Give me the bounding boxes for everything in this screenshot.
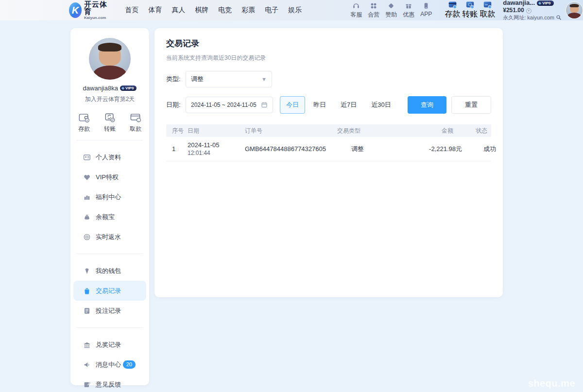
gift-icon xyxy=(400,1,417,10)
type-select-value: 调整 xyxy=(191,75,204,84)
welfare-gift-icon xyxy=(83,193,91,201)
avatar-image xyxy=(566,2,583,18)
sidebar-item-welfare[interactable]: 福利中心 xyxy=(70,187,149,207)
sidebar-transfer-button[interactable]: ⇄ 转账 xyxy=(104,112,116,133)
sidebar-deposit-button[interactable]: ¥ 存款 xyxy=(78,112,90,133)
topbar-avatar[interactable] xyxy=(566,1,583,19)
withdraw-link[interactable]: 取款 xyxy=(479,1,496,19)
cell-status: 成功 xyxy=(462,145,500,153)
range-yesterday-button[interactable]: 昨日 xyxy=(307,96,332,114)
calendar-icon xyxy=(261,102,268,108)
prize-bank-icon xyxy=(83,341,91,349)
sidebar-item-prizes[interactable]: 兑奖记录 xyxy=(70,335,149,355)
cell-index: 1 xyxy=(166,145,188,153)
reset-button[interactable]: 重置 xyxy=(451,96,491,114)
brand-domain: Kaiyun.com xyxy=(84,16,109,20)
feedback-edit-icon xyxy=(83,381,91,389)
table-header-row: 序号 日期 订单号 交易类型 金额 状态 xyxy=(166,124,491,137)
profile-avatar[interactable] xyxy=(89,38,131,80)
partnership-link[interactable]: 合营 xyxy=(365,1,382,19)
brand-monogram-icon: K xyxy=(69,2,82,18)
nav-live[interactable]: 真人 xyxy=(171,6,185,15)
sidebar-item-feedback[interactable]: 意见反馈 xyxy=(70,375,149,392)
permanent-url-row[interactable]: 永久网址: kaiyun.com xyxy=(503,15,562,21)
page: K 开云体育 Kaiyun.com 首页 体育 真人 棋牌 电竞 彩票 电子 娱… xyxy=(0,0,583,392)
page-title: 交易记录 xyxy=(166,38,491,49)
sidebar-item-vip[interactable]: VIP特权 xyxy=(70,167,149,187)
sidebar-item-rebate[interactable]: 实时返水 xyxy=(70,227,149,247)
sidebar-item-label: 意见反馈 xyxy=(96,380,121,389)
sidebar-item-wallet[interactable]: 我的钱包 xyxy=(70,261,149,281)
app-link[interactable]: APP xyxy=(417,1,435,19)
sidebar-item-label: 实时返水 xyxy=(96,233,121,241)
balance-caret-icon[interactable]: ▾ xyxy=(526,8,532,14)
topbar: K 开云体育 Kaiyun.com 首页 体育 真人 棋牌 电竞 彩票 电子 娱… xyxy=(0,0,583,20)
transfer-link[interactable]: 转账 xyxy=(461,1,479,19)
date-range-input[interactable]: 2024-11-05 ~ 2024-11-05 xyxy=(186,97,273,113)
divider xyxy=(76,140,143,140)
brand-name: 开云体育 xyxy=(84,0,109,15)
range-today-button[interactable]: 今日 xyxy=(280,96,305,114)
sidebar-item-messages[interactable]: 消息中心 20 xyxy=(70,355,149,375)
nav-home[interactable]: 首页 xyxy=(125,6,138,15)
wallet-outline-icon: ¥ xyxy=(78,112,90,123)
type-select[interactable]: 调整 ▼ xyxy=(186,71,272,87)
header-order: 订单号 xyxy=(245,127,317,135)
svg-text:↓: ↓ xyxy=(138,119,139,122)
rebate-ring-icon xyxy=(83,233,91,241)
sidebar-item-bets[interactable]: 投注记录 xyxy=(70,301,149,321)
nav-lottery[interactable]: 彩票 xyxy=(241,6,255,15)
sidebar-item-transactions[interactable]: 交易记录 xyxy=(73,281,146,301)
divider xyxy=(76,327,143,328)
sidebar-withdraw-button[interactable]: ↓ 取款 xyxy=(130,112,141,133)
avatar-image xyxy=(89,38,131,80)
sidebar-item-profile[interactable]: 个人资料 xyxy=(70,147,149,167)
sidebar-item-label: VIP特权 xyxy=(96,173,119,182)
topbar-user-summary[interactable]: dawanjia... ◈VIP0 ¥251.00 ▾ 永久网址: kaiyun… xyxy=(503,0,562,21)
cell-order-number: GMB6447844886774327605 xyxy=(245,145,326,153)
search-icon[interactable] xyxy=(556,15,562,20)
balance-amount: ¥251.00 xyxy=(503,7,524,14)
sidebar: dawanjia8ka ◈VIP0 加入开云体育第2天 ¥ 存款 ⇄ 转账 ↓ … xyxy=(70,28,149,385)
balance-row[interactable]: ¥251.00 ▾ xyxy=(503,7,562,14)
date-range-value: 2024-11-05 ~ 2024-11-05 xyxy=(191,102,257,108)
sponsor-link[interactable]: 赞助 xyxy=(382,1,400,19)
query-button[interactable]: 查询 xyxy=(408,96,446,114)
transfer-outline-icon: ⇄ xyxy=(104,112,116,123)
page-subtitle: 当前系统支持查询最近30日的交易记录 xyxy=(166,54,491,62)
sidebar-item-label: 我的钱包 xyxy=(96,267,121,275)
id-card-icon xyxy=(83,153,91,161)
type-filter-row: 类型: 调整 ▼ xyxy=(166,71,491,87)
sidebar-quick-actions: ¥ 存款 ⇄ 转账 ↓ 取款 xyxy=(70,112,149,133)
card-outline-icon: ↓ xyxy=(130,112,141,123)
withdraw-card-icon xyxy=(479,1,496,9)
vip-shield-icon: ◈ xyxy=(121,86,124,90)
range-buttons: 今日 昨日 近7日 近30日 xyxy=(280,96,399,114)
topbar-username: dawanjia... xyxy=(503,0,535,7)
range-7days-button[interactable]: 近7日 xyxy=(334,96,363,114)
chevron-down-icon: ▼ xyxy=(261,76,267,82)
nav-chess[interactable]: 棋牌 xyxy=(195,6,208,15)
headset-icon xyxy=(347,1,365,10)
service-link[interactable]: 客服 xyxy=(347,1,365,19)
range-30days-button[interactable]: 近30日 xyxy=(365,96,397,114)
brand-logo[interactable]: K 开云体育 Kaiyun.com xyxy=(69,0,109,20)
table-row: 1 2024-11-05 12:01:44 GMB644784488677432… xyxy=(166,137,491,161)
nav-sports[interactable]: 体育 xyxy=(148,6,162,15)
promo-link[interactable]: 优惠 xyxy=(400,1,417,19)
header-date: 日期 xyxy=(188,127,245,135)
nav-slots[interactable]: 电子 xyxy=(265,6,278,15)
nav-esports[interactable]: 电竞 xyxy=(218,6,232,15)
sidebar-item-label: 个人资料 xyxy=(96,153,121,162)
phone-icon xyxy=(417,1,435,10)
vip-shield-icon: ◈ xyxy=(538,1,541,5)
cell-amount: -2,221.98元 xyxy=(389,145,462,153)
sidebar-item-yuebao[interactable]: 余额宝 xyxy=(70,207,149,227)
unread-count-badge: 20 xyxy=(123,360,136,369)
sidebar-item-label: 投注记录 xyxy=(96,307,121,315)
permanent-url: 永久网址: kaiyun.com xyxy=(503,15,554,21)
joined-days-text: 加入开云体育第2天 xyxy=(70,95,149,103)
nav-entertainment[interactable]: 娱乐 xyxy=(288,6,302,15)
deposit-link[interactable]: 存款 xyxy=(444,1,461,19)
money-pot-icon xyxy=(83,213,91,221)
